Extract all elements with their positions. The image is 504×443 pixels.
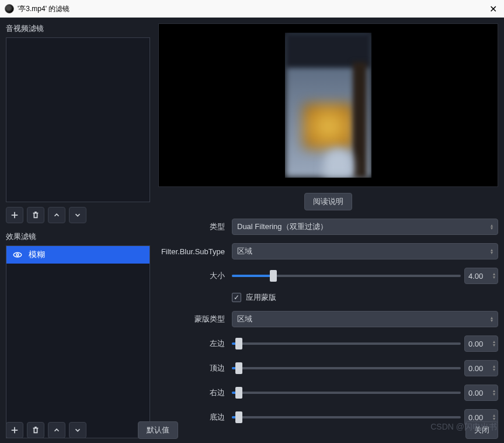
effect-filters-label: 效果滤镜	[6, 231, 150, 242]
effect-item-label: 模糊	[29, 250, 45, 260]
subtype-label: Filter.Blur.SubType	[158, 247, 232, 256]
type-dropdown[interactable]: Dual Filtering（双重过滤） ▴▾	[232, 219, 498, 235]
delete-button[interactable]	[27, 422, 44, 438]
top-edge-label: 顶边	[158, 363, 232, 373]
window-title: '亭3.mp4' 的滤镜	[18, 4, 69, 14]
av-filters-list[interactable]	[6, 37, 150, 202]
add-button[interactable]	[6, 422, 23, 438]
svg-point-1	[16, 254, 19, 256]
chevron-updown-icon: ▴▾	[491, 248, 493, 254]
add-button[interactable]	[6, 207, 23, 223]
chevron-updown-icon: ▴▾	[493, 272, 495, 279]
titlebar: '亭3.mp4' 的滤镜 ✕	[0, 0, 504, 18]
list-item[interactable]: 模糊	[6, 246, 150, 264]
preview-area	[158, 23, 498, 187]
right-edge-label: 右边	[158, 387, 232, 398]
obs-icon	[5, 4, 14, 13]
subtype-dropdown[interactable]: 区域 ▴▾	[232, 243, 498, 259]
type-label: 类型	[158, 222, 232, 232]
delete-button[interactable]	[27, 207, 44, 223]
left-edge-slider[interactable]	[232, 342, 461, 345]
close-icon[interactable]: ✕	[487, 4, 499, 15]
right-edge-slider[interactable]	[232, 392, 461, 394]
effect-filters-list[interactable]: 模糊	[6, 245, 150, 438]
av-filters-label: 音视频滤镜	[6, 23, 150, 34]
mask-type-dropdown[interactable]: 区域 ▴▾	[232, 311, 498, 327]
move-up-button[interactable]	[48, 422, 65, 438]
move-down-button[interactable]	[69, 207, 86, 223]
chevron-updown-icon: ▴▾	[491, 224, 493, 230]
bottom-bar: 默认值 关闭	[0, 417, 504, 443]
defaults-button[interactable]: 默认值	[138, 421, 178, 439]
close-button[interactable]: 关闭	[465, 421, 498, 439]
apply-mask-checkbox[interactable]	[232, 293, 241, 302]
size-slider-fill	[232, 275, 273, 277]
move-up-button[interactable]	[48, 207, 65, 223]
top-edge-slider[interactable]	[232, 367, 461, 369]
apply-mask-label: 应用蒙版	[246, 292, 276, 303]
move-down-button[interactable]	[69, 422, 86, 438]
top-edge-spinbox[interactable]: 0.00▴▾	[464, 360, 498, 376]
size-label: 大小	[158, 271, 232, 281]
preview-image	[285, 33, 371, 178]
size-slider[interactable]	[232, 275, 461, 277]
read-instructions-button[interactable]: 阅读说明	[304, 193, 352, 210]
right-edge-spinbox[interactable]: 0.00▴▾	[464, 385, 498, 401]
mask-type-label: 蒙版类型	[158, 314, 232, 324]
eye-icon[interactable]	[12, 250, 23, 260]
av-toolbar	[6, 207, 150, 223]
left-edge-label: 左边	[158, 338, 232, 349]
size-spinbox[interactable]: 4.00 ▴▾	[464, 268, 498, 284]
left-edge-spinbox[interactable]: 0.00▴▾	[464, 335, 498, 352]
chevron-updown-icon: ▴▾	[491, 316, 493, 322]
